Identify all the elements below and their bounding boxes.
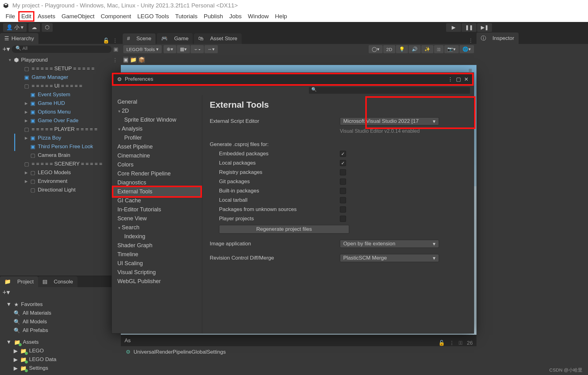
asset-item[interactable]: ⚙ UniversalRenderPipelineGlobalSettings bbox=[121, 346, 476, 358]
regenerate-button[interactable]: Regenerate project files bbox=[219, 225, 349, 234]
tool-cube[interactable]: ▣ bbox=[123, 57, 128, 63]
local-tarball-checkbox[interactable] bbox=[340, 197, 346, 203]
menu-file[interactable]: File bbox=[2, 11, 18, 22]
more-icon[interactable]: ⋮ bbox=[449, 340, 454, 346]
hierarchy-item[interactable]: ▢= = = = = SCENERY = = = = = bbox=[0, 160, 121, 168]
hierarchy-item[interactable]: ▶▣Game HUD bbox=[0, 99, 121, 108]
asset-folder[interactable]: ▶📁Settings bbox=[0, 364, 121, 373]
menu-jobs[interactable]: Jobs bbox=[226, 11, 245, 22]
pivot-button[interactable]: ⊕▾ bbox=[164, 45, 176, 53]
hierarchy-tab[interactable]: ☰ Hierarchy bbox=[0, 33, 38, 44]
hierarchy-item[interactable]: ▶▢LEGO Models bbox=[0, 168, 121, 177]
hierarchy-item[interactable]: ▢= = = = = SETUP = = = = = bbox=[0, 64, 121, 73]
pref-visual-scripting[interactable]: Visual Scripting bbox=[112, 268, 202, 277]
pref-cinemachine[interactable]: Cinemachine bbox=[112, 151, 202, 160]
registry-packages-checkbox[interactable] bbox=[340, 169, 346, 175]
hierarchy-item[interactable]: ▣Event System bbox=[0, 90, 121, 99]
hierarchy-item[interactable]: ▢Directional Light bbox=[0, 186, 121, 194]
pref-profiler[interactable]: Profiler bbox=[112, 133, 202, 142]
more-icon[interactable]: ⋮ bbox=[112, 37, 118, 44]
lock-icon[interactable]: 🔓 bbox=[103, 37, 109, 44]
fx-button[interactable]: ✨ bbox=[421, 45, 433, 53]
more-icon[interactable]: ⋮ bbox=[112, 57, 118, 63]
revision-control-dropdown[interactable]: PlasticSCM Merge▾ bbox=[340, 254, 439, 262]
grid-button[interactable]: ▦▾ bbox=[177, 45, 190, 53]
menu-lego-tools[interactable]: LEGO Tools bbox=[134, 11, 172, 22]
hierarchy-item[interactable]: ▣Game Manager bbox=[0, 73, 121, 82]
menu-help[interactable]: Help bbox=[272, 11, 290, 22]
audio-button[interactable]: 🔊 bbox=[409, 45, 421, 53]
pref-analysis[interactable]: ▼Analysis bbox=[112, 124, 202, 133]
git-packages-checkbox[interactable] bbox=[340, 179, 346, 185]
favorite-item[interactable]: 🔍All Prefabs bbox=[0, 326, 121, 335]
pref-webgl[interactable]: WebGL Publisher bbox=[112, 277, 202, 286]
game-tab[interactable]: 🎮 Game bbox=[157, 33, 193, 44]
more-icon[interactable]: ⋮ bbox=[468, 37, 473, 44]
hierarchy-item[interactable]: ▢= = = = = UI = = = = = bbox=[0, 82, 121, 90]
gizmos-button[interactable]: 🌐▾ bbox=[459, 45, 474, 53]
pref-search[interactable]: ▼Search bbox=[112, 223, 202, 232]
menu-component[interactable]: Component bbox=[98, 11, 134, 22]
search-expand-icon[interactable]: ▣ bbox=[113, 46, 118, 53]
pref-core-render[interactable]: Core Render Pipeline bbox=[112, 169, 202, 178]
external-script-editor-dropdown[interactable]: Microsoft Visual Studio 2022 [17 ▾ bbox=[340, 117, 439, 125]
asset-folder[interactable]: ▶📁LEGO Data bbox=[0, 355, 121, 364]
pref-scene-view[interactable]: Scene View bbox=[112, 214, 202, 223]
scene-tab[interactable]: # Scene bbox=[123, 33, 156, 44]
snap-button[interactable]: ⫟▾ bbox=[191, 45, 204, 53]
snap-increment-button[interactable]: ↔▾ bbox=[204, 45, 218, 53]
hierarchy-item[interactable]: ▣Third Person Free Look bbox=[0, 142, 121, 151]
2d-button[interactable]: 2D bbox=[383, 45, 395, 53]
pref-tutorials[interactable]: In-Editor Tutorials bbox=[112, 205, 202, 214]
lighting-button[interactable]: 💡 bbox=[396, 45, 408, 53]
menu-tutorials[interactable]: Tutorials bbox=[172, 11, 200, 22]
hierarchy-item[interactable]: ▶▣Options Menu bbox=[0, 108, 121, 116]
pref-timeline[interactable]: Timeline bbox=[112, 250, 202, 259]
embedded-packages-checkbox[interactable]: ✓ bbox=[340, 151, 346, 157]
menu-assets[interactable]: Assets bbox=[34, 11, 58, 22]
package-button[interactable]: ⬡ bbox=[42, 23, 53, 32]
camera-button[interactable]: 📷▾ bbox=[444, 45, 459, 53]
hierarchy-item[interactable]: ▶▣Pizza Boy bbox=[0, 134, 121, 142]
pref-2d[interactable]: ▼2D bbox=[112, 106, 202, 115]
tool-folder[interactable]: 📁 bbox=[130, 57, 137, 63]
pref-colors[interactable]: Colors bbox=[112, 160, 202, 169]
image-app-dropdown[interactable]: Open by file extension▾ bbox=[340, 240, 439, 248]
pref-indexing[interactable]: Indexing bbox=[112, 232, 202, 241]
menu-publish[interactable]: Publish bbox=[201, 11, 226, 22]
draw-mode-button[interactable]: ◯▾ bbox=[369, 45, 383, 53]
close-icon[interactable]: ✕ bbox=[464, 76, 468, 83]
pref-ui-scaling[interactable]: UI Scaling bbox=[112, 259, 202, 268]
pref-general[interactable]: General bbox=[112, 97, 202, 106]
pref-shader-graph[interactable]: Shader Graph bbox=[112, 241, 202, 250]
hierarchy-item[interactable]: ▶▣Game Over Fade bbox=[0, 116, 121, 125]
maximize-icon[interactable]: ▢ bbox=[456, 76, 461, 83]
hierarchy-item[interactable]: ▢= = = = = PLAYER = = = = = bbox=[0, 125, 121, 134]
hierarchy-item[interactable]: ▢Camera Brain🔺 bbox=[0, 151, 121, 160]
menu-gameobject[interactable]: GameObject bbox=[58, 11, 98, 22]
hidden-icon[interactable]: 👁⃠ bbox=[459, 340, 463, 346]
hierarchy-search-input[interactable]: 🔍 All bbox=[12, 45, 112, 53]
menu-window[interactable]: Window bbox=[245, 11, 272, 22]
tool-box[interactable]: 📦 bbox=[138, 57, 145, 63]
pref-sprite-editor[interactable]: Sprite Editor Window bbox=[112, 115, 202, 124]
play-button[interactable]: ▶ bbox=[446, 23, 461, 32]
lego-tools-dropdown[interactable]: LEGO® Tools ▾ bbox=[123, 45, 162, 53]
more-icon[interactable]: ⋮ bbox=[448, 76, 453, 83]
add-button[interactable]: +▾ bbox=[2, 45, 10, 53]
local-packages-checkbox[interactable]: ✓ bbox=[340, 160, 346, 166]
preferences-search-input[interactable]: 🔍 bbox=[309, 87, 470, 94]
preferences-titlebar[interactable]: ⚙ Preferences ⋮ ▢ ✕ bbox=[112, 73, 474, 86]
pref-external-tools[interactable]: External Tools bbox=[112, 186, 202, 198]
asset-folder[interactable]: ▶📁LEGO bbox=[0, 347, 121, 355]
hierarchy-item[interactable]: ▶▢Environment bbox=[0, 177, 121, 186]
pause-button[interactable]: ❚❚ bbox=[462, 23, 476, 32]
cloud-button[interactable]: ☁ bbox=[29, 23, 40, 32]
menu-edit[interactable]: Edit bbox=[18, 11, 35, 22]
add-button[interactable]: +▾ bbox=[2, 288, 10, 296]
account-button[interactable]: 👤 小 ▾ bbox=[3, 23, 27, 32]
favorite-item[interactable]: 🔍All Materials bbox=[0, 309, 121, 317]
unknown-sources-checkbox[interactable] bbox=[340, 206, 346, 213]
pref-asset-pipeline[interactable]: Asset Pipeline bbox=[112, 142, 202, 151]
inspector-tab[interactable]: ⓘ Inspector bbox=[476, 32, 519, 44]
